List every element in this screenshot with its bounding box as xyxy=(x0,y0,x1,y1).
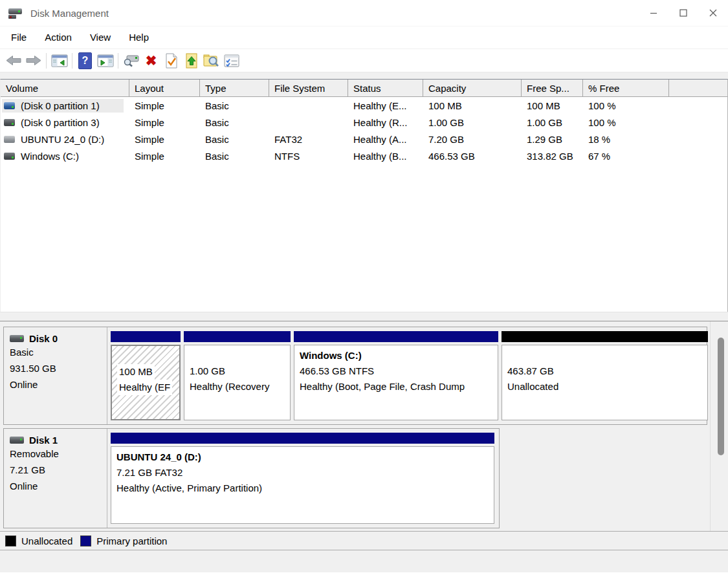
column-header-free-space[interactable]: Free Sp... xyxy=(522,80,583,96)
partition-efi[interactable]: 100 MB Healthy (EF xyxy=(111,331,181,420)
minimize-button[interactable] xyxy=(639,0,668,26)
cell-type: Basic xyxy=(200,100,269,111)
disk-drive-icon xyxy=(10,437,24,444)
vertical-scrollbar-thumb[interactable] xyxy=(718,338,724,455)
back-button[interactable] xyxy=(3,51,23,70)
partition-status: Healthy (Boot, Page File, Crash Dump xyxy=(300,379,492,395)
cell-status: Healthy (B... xyxy=(348,151,423,162)
disk-management-app-icon xyxy=(8,8,23,19)
bottom-strip xyxy=(0,550,728,572)
volume-name: (Disk 0 partition 1) xyxy=(21,100,100,111)
window-title: Disk Management xyxy=(30,8,109,19)
primary-partition-bar xyxy=(111,331,181,342)
table-row[interactable]: (Disk 0 partition 1) Simple Basic Health… xyxy=(1,97,727,114)
forward-arrow-icon xyxy=(26,55,41,66)
volume-disk-icon xyxy=(4,153,15,160)
toolbar-separator xyxy=(72,53,72,69)
cell-free-space: 313.82 GB xyxy=(522,151,583,162)
show-console-tree-button[interactable] xyxy=(49,51,69,70)
partition-label xyxy=(190,348,285,363)
show-action-pane-button[interactable] xyxy=(95,51,115,70)
cell-free-space: 1.29 GB xyxy=(522,134,583,145)
close-button[interactable] xyxy=(698,0,728,26)
title-bar: Disk Management xyxy=(0,0,728,26)
mark-partition-active-button[interactable] xyxy=(161,51,181,70)
volume-disk-icon xyxy=(4,136,15,143)
cell-capacity: 1.00 GB xyxy=(423,117,522,128)
rescan-disks-button[interactable] xyxy=(121,51,141,70)
legend-bar: Unallocated Primary partition xyxy=(0,531,728,550)
column-header-capacity[interactable]: Capacity xyxy=(423,80,522,96)
explore-button[interactable] xyxy=(201,51,221,70)
disk-name: Disk 1 xyxy=(29,435,58,446)
disk-0-header[interactable]: Disk 0 Basic 931.50 GB Online xyxy=(4,327,107,424)
delete-volume-button[interactable]: ✖ xyxy=(141,51,161,70)
partition-size: 466.53 GB NTFS xyxy=(300,363,492,379)
partition-unallocated[interactable]: 463.87 GB Unallocated xyxy=(502,331,708,420)
pane-splitter[interactable] xyxy=(0,312,728,321)
disk-0-row: Disk 0 Basic 931.50 GB Online 100 MB Hea… xyxy=(3,327,707,425)
disk-1-header[interactable]: Disk 1 Removable 7.21 GB Online xyxy=(4,429,107,528)
toolbar-separator xyxy=(118,53,118,69)
back-arrow-icon xyxy=(6,55,21,66)
menu-file[interactable]: File xyxy=(2,28,36,47)
cell-type: Basic xyxy=(200,151,269,162)
cell-layout: Simple xyxy=(129,117,200,128)
primary-partition-bar xyxy=(184,331,291,342)
primary-partition-bar xyxy=(111,433,494,444)
cell-pct-free: 18 % xyxy=(583,134,669,145)
column-header-file-system[interactable]: File System xyxy=(269,80,348,96)
column-header-layout[interactable]: Layout xyxy=(129,80,200,96)
column-header-pct-free[interactable]: % Free xyxy=(583,80,669,96)
column-header-type[interactable]: Type xyxy=(200,80,269,96)
cell-capacity: 466.53 GB xyxy=(423,151,522,162)
partition-ubuntu-d[interactable]: UBUNTU 24_0 (D:) 7.21 GB FAT32 Healthy (… xyxy=(111,433,494,524)
partition-status: Healthy (Active, Primary Partition) xyxy=(116,481,489,496)
disk-name: Disk 0 xyxy=(29,333,58,344)
table-row[interactable]: (Disk 0 partition 3) Simple Basic Health… xyxy=(1,114,727,131)
close-icon xyxy=(709,9,717,17)
cell-layout: Simple xyxy=(129,100,200,111)
minimize-icon xyxy=(650,9,657,17)
partition-recovery[interactable]: 1.00 GB Healthy (Recovery xyxy=(184,331,291,420)
column-header-filler xyxy=(669,80,727,96)
unallocated-bar xyxy=(502,331,708,342)
partition-windows-c[interactable]: Windows (C:) 466.53 GB NTFS Healthy (Boo… xyxy=(294,331,498,420)
show-action-pane-icon xyxy=(97,54,114,67)
checklist-icon xyxy=(224,54,239,67)
cell-status: Healthy (A... xyxy=(348,134,423,145)
table-row[interactable]: UBUNTU 24_0 (D:) Simple Basic FAT32 Heal… xyxy=(1,131,727,147)
menu-view[interactable]: View xyxy=(81,28,120,47)
partition-status: Unallocated xyxy=(507,379,702,395)
menu-help[interactable]: Help xyxy=(120,28,158,47)
disk-size: 931.50 GB xyxy=(10,361,107,376)
properties-button[interactable] xyxy=(221,51,241,70)
maximize-button[interactable] xyxy=(668,0,698,26)
cell-type: Basic xyxy=(200,117,269,128)
cell-capacity: 100 MB xyxy=(423,100,522,111)
column-header-status[interactable]: Status xyxy=(348,80,423,96)
cell-pct-free: 100 % xyxy=(583,117,669,128)
partition-status: Healthy (EF xyxy=(117,380,172,395)
menu-action[interactable]: Action xyxy=(36,28,81,47)
disk-drive-icon xyxy=(10,335,24,342)
volume-disk-icon xyxy=(4,119,15,126)
help-button[interactable]: ? xyxy=(75,51,95,70)
forward-button[interactable] xyxy=(23,51,43,70)
cell-layout: Simple xyxy=(129,134,200,145)
volume-name: UBUNTU 24_0 (D:) xyxy=(21,134,104,145)
primary-partition-swatch xyxy=(80,535,91,546)
table-row[interactable]: Windows (C:) Simple Basic NTFS Healthy (… xyxy=(1,147,727,164)
graphical-view: Disk 0 Basic 931.50 GB Online 100 MB Hea… xyxy=(0,321,728,531)
rescan-disks-icon xyxy=(123,54,140,67)
cell-free-space: 100 MB xyxy=(522,100,583,111)
open-button[interactable] xyxy=(181,51,201,70)
disk-status: Online xyxy=(10,377,107,393)
cell-capacity: 7.20 GB xyxy=(423,134,522,145)
partition-size: 1.00 GB xyxy=(190,363,285,379)
disk-type: Removable xyxy=(10,446,107,462)
column-header-volume[interactable]: Volume xyxy=(1,80,129,96)
cell-pct-free: 100 % xyxy=(583,100,669,111)
legend-label-primary-partition: Primary partition xyxy=(96,535,167,546)
cell-file-system: FAT32 xyxy=(269,134,348,145)
